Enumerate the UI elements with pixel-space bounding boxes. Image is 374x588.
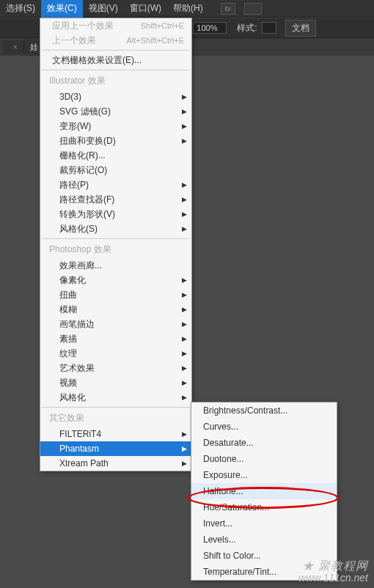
submenu-arrow-icon: ▶ xyxy=(182,225,187,232)
menu-item-label: 模糊 xyxy=(59,304,77,316)
submenu-brightness-contrast[interactable]: Brightness/Contrast... xyxy=(191,403,337,419)
menu-help[interactable]: 帮助(H) xyxy=(167,0,209,18)
effect-menu-dropdown: 应用上一个效果 Shift+Ctrl+E 上一个效果 Alt+Shift+Ctr… xyxy=(40,18,192,471)
menu-item-label: FILTERiT4 xyxy=(59,429,101,439)
menu-item-label: 路径(P) xyxy=(59,179,89,191)
submenu-levels[interactable]: Levels... xyxy=(191,532,337,548)
menu-texture[interactable]: 纹理▶ xyxy=(40,346,191,361)
submenu-arrow-icon: ▶ xyxy=(182,137,187,144)
section-photoshop-effects: Photoshop 效果 xyxy=(40,241,191,258)
tab-0[interactable]: × xyxy=(3,40,24,54)
menu-filterit4[interactable]: FILTERiT4▶ xyxy=(40,427,191,441)
menu-view[interactable]: 视图(V) xyxy=(83,0,124,18)
menu-item-label: Phantasm xyxy=(59,444,99,454)
menu-window[interactable]: 窗口(W) xyxy=(124,0,167,18)
menu-item-label: 风格化(S) xyxy=(59,223,98,235)
menu-pathfinder[interactable]: 路径查找器(F)▶ xyxy=(40,192,191,207)
phantasm-submenu: Brightness/Contrast... Curves... Desatur… xyxy=(191,402,337,581)
menu-crop-marks[interactable]: 裁剪标记(O) xyxy=(40,163,191,177)
menu-item-label: 视频 xyxy=(59,377,77,389)
menu-item-label: 栅格化(R)... xyxy=(59,150,106,162)
menu-warp[interactable]: 变形(W)▶ xyxy=(40,119,191,133)
shortcut-text: Alt+Shift+Ctrl+E xyxy=(126,36,184,45)
menu-convert-shape[interactable]: 转换为形状(V)▶ xyxy=(40,207,191,221)
menu-brush-strokes[interactable]: 画笔描边▶ xyxy=(40,317,191,331)
menu-3d[interactable]: 3D(3)▶ xyxy=(40,89,191,104)
submenu-arrow-icon: ▶ xyxy=(182,445,187,452)
menu-item-label: 扭曲和变换(D) xyxy=(59,135,116,147)
submenu-arrow-icon: ▶ xyxy=(182,122,187,130)
menu-item-label: 风格化 xyxy=(59,392,86,404)
menu-distort-ps[interactable]: 扭曲▶ xyxy=(40,287,191,302)
menu-item-label: Xtream Path xyxy=(59,458,109,468)
opacity-input[interactable]: 100% xyxy=(193,22,227,34)
submenu-invert[interactable]: Invert... xyxy=(191,515,337,532)
menu-phantasm[interactable]: Phantasm▶ xyxy=(40,441,191,456)
doc-button[interactable]: 文档 xyxy=(285,20,316,37)
menu-svg-filters[interactable]: SVG 滤镜(G)▶ xyxy=(40,104,191,119)
menu-item-label: 应用上一个效果 xyxy=(52,20,114,32)
menu-last-effect[interactable]: 上一个效果 Alt+Shift+Ctrl+E xyxy=(40,33,191,48)
menu-item-label: Temperature/Tint... xyxy=(203,567,276,577)
menu-separator xyxy=(42,70,190,70)
menu-rasterize[interactable]: 栅格化(R)... xyxy=(40,148,191,163)
menu-item-label: 路径查找器(F) xyxy=(59,194,114,206)
submenu-arrow-icon: ▶ xyxy=(182,291,187,298)
menu-item-label: Levels... xyxy=(203,534,236,545)
menu-stylize-ps[interactable]: 风格化▶ xyxy=(40,390,191,405)
menu-distort-transform[interactable]: 扭曲和变换(D)▶ xyxy=(40,133,191,148)
menu-separator xyxy=(42,407,190,408)
menu-xtream-path[interactable]: Xtream Path▶ xyxy=(40,456,191,471)
menu-effect-gallery[interactable]: 效果画廊... xyxy=(40,258,191,273)
submenu-desaturate[interactable]: Desaturate... xyxy=(191,435,337,451)
bridge-icon[interactable]: Br xyxy=(221,3,235,15)
menu-blur[interactable]: 模糊▶ xyxy=(40,302,191,317)
menu-video[interactable]: 视频▶ xyxy=(40,375,191,390)
menu-bar: 选择(S) 效果(C) 视图(V) 窗口(W) 帮助(H) Br xyxy=(0,0,374,18)
menu-item-label: Duotone... xyxy=(203,454,243,464)
submenu-arrow-icon: ▶ xyxy=(182,379,187,386)
submenu-arrow-icon: ▶ xyxy=(182,306,187,313)
submenu-shift-to-color[interactable]: Shift to Color... xyxy=(191,548,337,564)
menu-item-label: 效果画廊... xyxy=(59,260,102,272)
menu-stylize-ai[interactable]: 风格化(S)▶ xyxy=(40,221,191,236)
shortcut-text: Shift+Ctrl+E xyxy=(141,21,184,30)
submenu-arrow-icon: ▶ xyxy=(182,93,187,100)
menu-doc-raster-settings[interactable]: 文档栅格效果设置(E)... xyxy=(40,53,191,67)
menu-select[interactable]: 选择(S) xyxy=(0,0,41,18)
menu-pixelate[interactable]: 像素化▶ xyxy=(40,273,191,287)
layout-icon[interactable] xyxy=(244,3,262,15)
menu-item-label: 变形(W) xyxy=(59,120,91,133)
menu-item-label: 艺术效果 xyxy=(59,362,95,375)
submenu-arrow-icon: ▶ xyxy=(182,335,187,342)
menu-item-label: 3D(3) xyxy=(59,92,81,102)
submenu-temperature-tint[interactable]: Temperature/Tint... xyxy=(191,564,337,580)
close-icon[interactable]: × xyxy=(13,43,18,51)
submenu-arrow-icon: ▶ xyxy=(182,320,187,328)
submenu-arrow-icon: ▶ xyxy=(182,430,187,438)
submenu-hue-saturation[interactable]: Hue/Saturation... xyxy=(191,499,337,515)
menu-separator xyxy=(42,50,190,51)
style-swatch[interactable] xyxy=(262,22,276,34)
section-other-effects: 其它效果 xyxy=(40,410,191,427)
menu-separator xyxy=(42,238,190,239)
tab-label: 娃 xyxy=(30,42,38,53)
menu-path[interactable]: 路径(P)▶ xyxy=(40,177,191,192)
submenu-arrow-icon: ▶ xyxy=(182,210,187,218)
menu-item-label: 画笔描边 xyxy=(59,318,95,331)
menu-sketch[interactable]: 素描▶ xyxy=(40,331,191,346)
submenu-duotone[interactable]: Duotone... xyxy=(191,451,337,467)
menu-item-label: 裁剪标记(O) xyxy=(59,164,107,177)
menu-item-label: Shift to Color... xyxy=(203,551,261,561)
menu-artistic[interactable]: 艺术效果▶ xyxy=(40,361,191,375)
submenu-exposure[interactable]: Exposure... xyxy=(191,467,337,483)
menu-effect[interactable]: 效果(C) xyxy=(41,0,83,18)
menu-apply-last-effect[interactable]: 应用上一个效果 Shift+Ctrl+E xyxy=(40,18,191,33)
menu-item-label: 上一个效果 xyxy=(52,34,96,47)
submenu-curves[interactable]: Curves... xyxy=(191,419,337,435)
style-label: 样式: xyxy=(237,22,257,34)
menu-item-label: Brightness/Contrast... xyxy=(203,405,287,416)
submenu-halftone[interactable]: Halftone... xyxy=(191,483,337,499)
submenu-arrow-icon: ▶ xyxy=(182,364,187,372)
menu-item-label: Halftone... xyxy=(203,486,243,496)
